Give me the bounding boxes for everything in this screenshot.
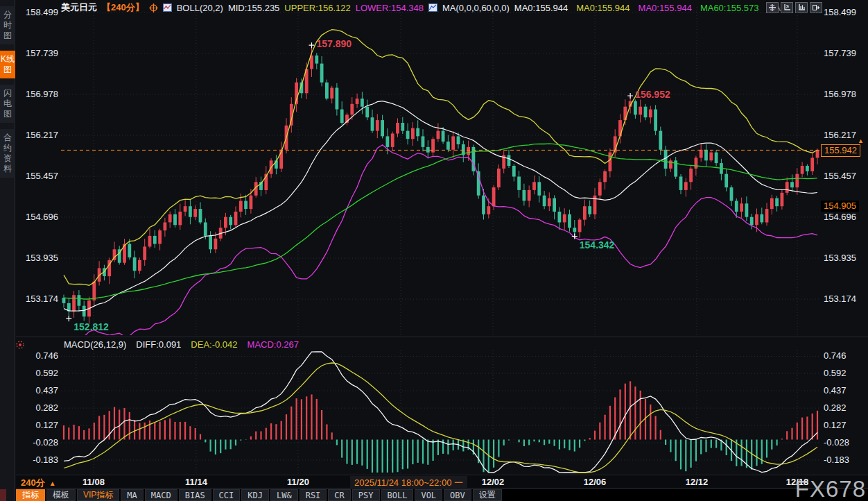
indicator-button-lw&[interactable]: LW& (270, 489, 298, 501)
indicator-dot-icon[interactable] (15, 340, 25, 353)
macd-chart-canvas[interactable] (61, 350, 820, 474)
sidebar-item-2[interactable]: 闪电图 (0, 85, 15, 123)
price-axis-label: 155.457 (824, 171, 856, 182)
triangle-up-icon: ▲ (49, 479, 56, 487)
price-axis-label: 157.739 (824, 48, 856, 59)
indicator-button-cr[interactable]: CR (328, 489, 350, 501)
last-price-tag: 155.942 (821, 144, 860, 157)
candles (62, 45, 819, 323)
indicator-toolbar: 指标 模板 VIP指标 MAMACDBIASCCIKDJLW&RSICRPSYB… (16, 489, 868, 501)
price-axis-label: 156.978 (824, 89, 856, 100)
macd-axis-label: 0.127 (17, 420, 58, 431)
indicator-button-boll[interactable]: BOLL (381, 489, 414, 501)
annotations: 152.812157.890154.342156.952 (66, 38, 670, 332)
svg-text:154.342: 154.342 (580, 239, 615, 250)
trading-terminal: 分时图K线图闪电图合约资料 美元日元 【240分】 BOLL(20,2) MID… (0, 0, 868, 501)
svg-text:152.812: 152.812 (73, 321, 109, 332)
date-label: 11/20 (287, 477, 309, 487)
macd-dea-line (64, 363, 817, 473)
indicator-button-设置[interactable]: 设置 (473, 489, 502, 501)
panel-divider (16, 337, 868, 337)
watermark: FX678 (795, 476, 866, 501)
indicator-button-psy[interactable]: PSY (352, 489, 380, 501)
price-axis-label: 157.739 (17, 48, 58, 59)
period-tag-label: 240分 (21, 477, 45, 488)
price-axis-label: 158.499 (824, 7, 856, 18)
boll-mid-line (64, 101, 817, 311)
boll-lower-line (64, 145, 817, 335)
indicator-button-obv[interactable]: OBV (444, 489, 471, 501)
date-label: 11/14 (185, 477, 207, 487)
svg-text:157.890: 157.890 (317, 38, 352, 49)
selected-bar-time: 2025/11/24 18:00~22:00 一 (350, 476, 467, 490)
prev-price-tag: 154.905 (821, 201, 859, 212)
indicator-button-bias[interactable]: BIAS (179, 489, 211, 501)
price-axis-label: 153.935 (824, 253, 856, 264)
indicator-button-cci[interactable]: CCI (213, 489, 241, 501)
price-axis-label: 156.217 (824, 130, 856, 141)
indicator-button-kdj[interactable]: KDJ (241, 489, 269, 501)
date-label: 11/08 (83, 477, 105, 487)
indicator-button-macd[interactable]: MACD (145, 489, 177, 501)
macd-header: MACD(26,12,9) DIFF:0.091 DEA:-0.042 MACD… (64, 339, 299, 350)
main-chart-canvas[interactable]: 152.812157.890154.342156.952 (61, 7, 820, 335)
tab-indicators[interactable]: 指标 (16, 489, 45, 501)
price-axis-label: 153.174 (824, 294, 856, 305)
date-label: 12/02 (482, 477, 505, 487)
indicator-button-ma[interactable]: MA (121, 489, 143, 501)
tab-vip-indicators[interactable]: VIP指标 (77, 489, 119, 501)
sidebar-item-0[interactable]: 分时图 (0, 6, 15, 44)
grid (61, 7, 820, 335)
macd-axis-label: -0.183 (824, 455, 849, 466)
macd-panel[interactable] (61, 350, 820, 474)
macd-macd-value: MACD:0.267 (248, 339, 299, 350)
price-axis-label: 153.174 (17, 294, 58, 305)
main-chart[interactable]: 152.812157.890154.342156.952 (61, 7, 820, 335)
macd-axis-label: 0.437 (17, 385, 58, 396)
date-label: 12/06 (584, 477, 607, 487)
macd-title: MACD(26,12,9) (64, 339, 126, 350)
price-axis-label: 153.935 (17, 253, 58, 264)
price-axis-label: 154.696 (824, 212, 856, 223)
price-axis-label: 156.978 (17, 89, 58, 100)
price-axis-label: 158.499 (17, 7, 58, 18)
macd-grid (61, 350, 820, 474)
price-axis-label: 154.696 (17, 212, 58, 223)
period-tag[interactable]: 240分▲ (21, 477, 56, 489)
macd-histogram (64, 381, 817, 473)
price-axis-label: 156.217 (17, 130, 58, 141)
sidebar-item-3[interactable]: 合约资料 (0, 129, 15, 178)
svg-text:156.952: 156.952 (635, 89, 670, 100)
toolbar-corner-marker (0, 489, 6, 501)
date-label: 12/12 (686, 477, 709, 487)
macd-diff-value: DIFF:0.091 (136, 339, 181, 350)
macd-axis-label: 0.282 (17, 402, 58, 414)
sidebar-item-1[interactable]: K线图 (0, 51, 15, 78)
indicator-button-rsi[interactable]: RSI (300, 489, 327, 501)
price-up-arrow-icon: ▲ (858, 137, 864, 144)
date-axis: 2025/11/24 18:00~22:00 一 11/0811/1411/20… (16, 475, 868, 489)
tab-templates[interactable]: 模板 (46, 489, 76, 501)
sidebar: 分时图K线图闪电图合约资料 (0, 0, 15, 501)
macd-axis-label: -0.028 (17, 437, 58, 448)
indicator-button-vol[interactable]: VOL (415, 489, 442, 501)
macd-axis-label: 0.592 (17, 368, 58, 379)
macd-dea-value: DEA:-0.042 (191, 339, 237, 350)
macd-axis-label: -0.183 (17, 455, 58, 466)
ma60-line (64, 144, 817, 299)
macd-axis-label: 0.437 (824, 385, 847, 396)
macd-axis-label: 0.282 (824, 402, 847, 414)
macd-axis-label: 0.592 (824, 368, 847, 379)
price-axis-label: 155.457 (17, 171, 58, 182)
macd-axis-label: 0.746 (824, 350, 847, 362)
macd-axis-label: -0.028 (824, 437, 849, 448)
macd-axis-label: 0.127 (824, 420, 847, 431)
